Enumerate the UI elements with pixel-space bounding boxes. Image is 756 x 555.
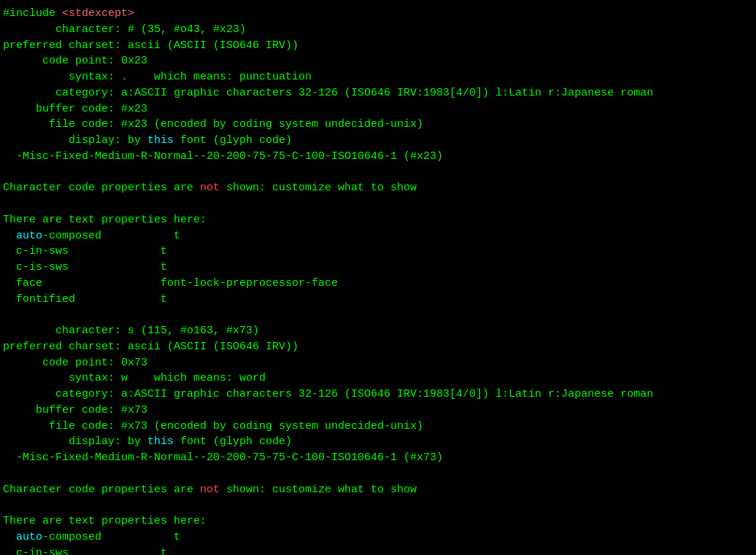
text: -Misc-Fixed-Medium-R-Normal--20-200-75-7… — [3, 150, 443, 163]
text — [3, 531, 16, 543]
text: shown: customize what to show — [220, 484, 417, 496]
text: c-in-sws t — [3, 547, 167, 556]
text: code point: 0x23 — [3, 55, 147, 67]
text: face font-lock-preprocessor-face — [3, 277, 338, 290]
line-9: display: by this font (glyph code) — [3, 133, 753, 149]
text: buffer code: #x73 — [3, 404, 147, 416]
line-26: buffer code: #x73 — [3, 403, 753, 419]
text: character: s (115, #o163, #x73) — [3, 325, 259, 337]
text-auto2: auto — [16, 531, 42, 543]
text: display: by — [3, 134, 147, 147]
text: file code: #x73 (encoded by coding syste… — [3, 420, 423, 432]
line-20 — [3, 307, 753, 323]
line-23: code point: 0x73 — [3, 355, 753, 371]
text: syntax: . which means: punctuation — [3, 71, 312, 83]
line-15: auto-composed t — [3, 228, 753, 244]
text: display: by — [3, 435, 147, 448]
text: preferred charset: ascii (ASCII (ISO646 … — [3, 341, 298, 353]
line-32 — [3, 497, 753, 513]
line-18: face font-lock-preprocessor-face — [3, 276, 753, 292]
text: character: # (35, #o43, #x23) — [3, 23, 246, 36]
text: -composed t — [42, 230, 180, 242]
text: There are text properties here: — [3, 515, 207, 527]
text: c-is-sws t — [3, 261, 167, 273]
line-29: -Misc-Fixed-Medium-R-Normal--20-200-75-7… — [3, 450, 753, 466]
line-1: #include <stdexcept> — [3, 6, 753, 22]
text-not: not — [200, 182, 220, 194]
line-17: c-is-sws t — [3, 260, 753, 276]
text: font (glyph code) — [174, 435, 292, 448]
text: -Misc-Fixed-Medium-R-Normal--20-200-75-7… — [3, 451, 443, 464]
line-27: file code: #x73 (encoded by coding syste… — [3, 419, 753, 435]
line-21: character: s (115, #o163, #x73) — [3, 323, 753, 339]
text: Character code properties are — [3, 484, 200, 496]
line-12: Character code properties are not shown:… — [3, 180, 753, 196]
text: preferred charset: ascii (ASCII (ISO646 … — [3, 39, 298, 52]
line-3: preferred charset: ascii (ASCII (ISO646 … — [3, 38, 753, 54]
text-this2: this — [147, 435, 174, 448]
line-34: auto-composed t — [3, 529, 753, 546]
text: font (glyph code) — [174, 134, 292, 147]
text: -composed t — [42, 531, 180, 543]
text-this: this — [147, 134, 174, 147]
text: category: a:ASCII graphic characters 32-… — [3, 388, 653, 400]
text: fontified t — [3, 293, 167, 306]
line-6: category: a:ASCII graphic characters 32-… — [3, 85, 753, 101]
line-22: preferred charset: ascii (ASCII (ISO646 … — [3, 339, 753, 355]
line-7: buffer code: #x23 — [3, 101, 753, 117]
text: code point: 0x73 — [3, 357, 147, 369]
line-25: category: a:ASCII graphic characters 32-… — [3, 387, 753, 403]
text: Character code properties are — [3, 182, 200, 194]
text: shown: customize what to show — [220, 182, 417, 194]
line-13 — [3, 196, 753, 212]
text-include: #include — [3, 7, 62, 20]
text: file code: #x23 (encoded by coding syste… — [3, 118, 423, 131]
text: There are text properties here: — [3, 214, 207, 226]
text: c-in-sws t — [3, 245, 167, 257]
text-auto: auto — [16, 230, 42, 242]
line-31: Character code properties are not shown:… — [3, 482, 753, 498]
text — [3, 230, 16, 242]
line-14: There are text properties here: — [3, 212, 753, 228]
line-10: -Misc-Fixed-Medium-R-Normal--20-200-75-7… — [3, 149, 753, 165]
line-28: display: by this font (glyph code) — [3, 434, 753, 450]
line-19: fontified t — [3, 292, 753, 308]
text: buffer code: #x23 — [3, 103, 147, 115]
line-30 — [3, 466, 753, 482]
line-16: c-in-sws t — [3, 244, 753, 260]
line-8: file code: #x23 (encoded by coding syste… — [3, 117, 753, 133]
text: syntax: w which means: word — [3, 372, 266, 384]
line-5: syntax: . which means: punctuation — [3, 69, 753, 85]
line-35: c-in-sws t — [3, 546, 753, 556]
text-stdexcept: <stdexcept> — [62, 7, 134, 20]
line-33: There are text properties here: — [3, 513, 753, 529]
text: category: a:ASCII graphic characters 32-… — [3, 87, 653, 99]
terminal-output: #include <stdexcept> character: # (35, #… — [0, 4, 756, 555]
line-24: syntax: w which means: word — [3, 370, 753, 387]
text-not2: not — [200, 484, 220, 496]
line-4: code point: 0x23 — [3, 53, 753, 69]
line-11 — [3, 165, 753, 181]
line-2: character: # (35, #o43, #x23) — [3, 22, 753, 38]
